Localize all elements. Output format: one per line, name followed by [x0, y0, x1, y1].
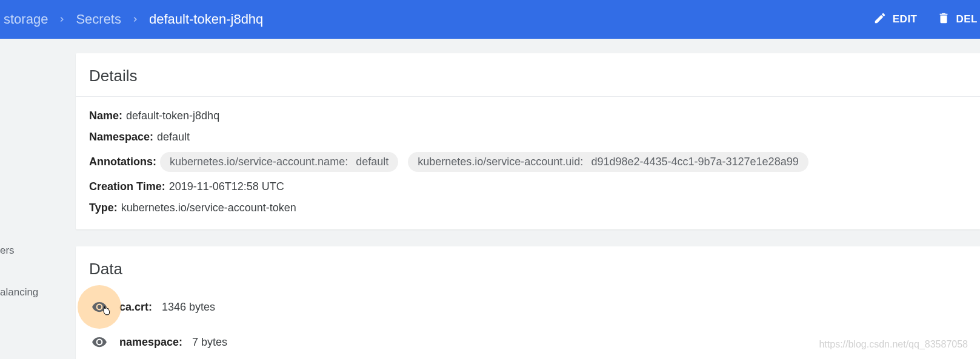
- details-card: Details Name: default-token-j8dhq Namesp…: [76, 53, 980, 229]
- detail-name-row: Name: default-token-j8dhq: [89, 105, 967, 127]
- edit-button[interactable]: EDIT: [871, 7, 920, 33]
- detail-name-value: default-token-j8dhq: [126, 110, 219, 122]
- details-title: Details: [76, 53, 980, 97]
- detail-type-row: Type: kubernetes.io/service-account-toke…: [89, 197, 967, 219]
- detail-creation-label: Creation Time:: [89, 180, 165, 193]
- detail-annotations-row: Annotations: kubernetes.io/service-accou…: [89, 148, 967, 176]
- breadcrumb-storage[interactable]: storage: [0, 12, 52, 27]
- trash-icon: [937, 12, 950, 28]
- detail-creation-row: Creation Time: 2019-11-06T12:58 UTC: [89, 176, 967, 197]
- annotation-key: kubernetes.io/service-account.uid:: [418, 156, 583, 168]
- delete-button[interactable]: DEL: [935, 7, 981, 33]
- data-value: 7 bytes: [192, 336, 227, 349]
- reveal-button[interactable]: [89, 332, 110, 352]
- header-bar: storage Secrets default-token-j8dhq EDIT…: [0, 0, 980, 39]
- annotation-value: d91d98e2-4435-4cc1-9b7a-3127e1e28a99: [586, 156, 798, 168]
- watermark: https://blog.csdn.net/qq_83587058: [819, 339, 968, 350]
- annotation-key: kubernetes.io/service-account.name:: [170, 156, 348, 168]
- breadcrumb-current: default-token-j8dhq: [145, 12, 267, 27]
- detail-namespace-label: Namespace:: [89, 131, 153, 143]
- data-key: namespace:: [119, 336, 182, 349]
- delete-label: DEL: [956, 13, 978, 25]
- annotation-chip[interactable]: kubernetes.io/service-account.uid: d91d9…: [408, 152, 808, 172]
- detail-name-label: Name:: [89, 110, 122, 122]
- pencil-icon: [873, 12, 887, 28]
- reveal-button[interactable]: [89, 297, 110, 317]
- detail-type-label: Type:: [89, 202, 118, 214]
- cursor-icon: [100, 304, 112, 321]
- detail-annotations-label: Annotations:: [89, 156, 156, 168]
- annotation-value: default: [351, 156, 388, 168]
- detail-namespace-value: default: [157, 131, 190, 143]
- data-key: ca.crt:: [119, 301, 152, 314]
- edit-label: EDIT: [893, 13, 918, 25]
- header-actions: EDIT DEL: [871, 7, 980, 33]
- chevron-right-icon: [125, 15, 145, 24]
- data-row-ca-crt: ca.crt: 1346 bytes: [89, 289, 967, 324]
- details-body: Name: default-token-j8dhq Namespace: def…: [76, 97, 980, 229]
- chevron-right-icon: [52, 15, 72, 24]
- main-content: Details Name: default-token-j8dhq Namesp…: [76, 53, 980, 359]
- breadcrumb: storage Secrets default-token-j8dhq: [0, 12, 267, 27]
- detail-creation-value: 2019-11-06T12:58 UTC: [169, 180, 284, 193]
- data-value: 1346 bytes: [162, 301, 215, 314]
- detail-type-value: kubernetes.io/service-account-token: [121, 202, 296, 214]
- breadcrumb-secrets[interactable]: Secrets: [72, 12, 125, 27]
- sidebar-item-ers[interactable]: ers: [0, 230, 38, 272]
- detail-namespace-row: Namespace: default: [89, 127, 967, 148]
- sidebar-fragment: ers alancing: [0, 230, 38, 314]
- data-title: Data: [76, 246, 980, 289]
- annotation-chip[interactable]: kubernetes.io/service-account.name: defa…: [160, 152, 398, 172]
- sidebar-item-alancing[interactable]: alancing: [0, 272, 38, 314]
